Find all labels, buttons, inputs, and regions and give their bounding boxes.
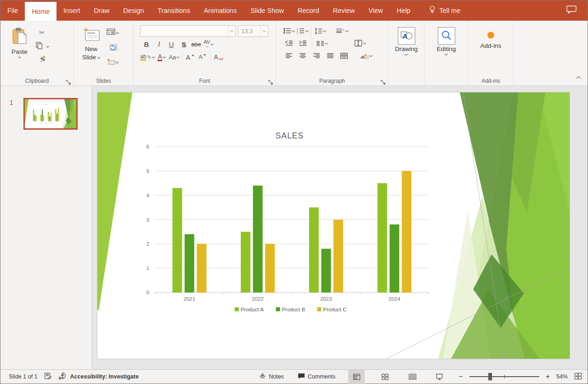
tab-draw[interactable]: Draw bbox=[87, 0, 116, 21]
new-slide-button[interactable]: New Slide bbox=[79, 25, 103, 68]
font-name-combo[interactable] bbox=[140, 25, 236, 37]
addins-group-label: Add-ins bbox=[469, 78, 513, 84]
slide-thumbnail-preview: SALES01234562021202220232024Product APro… bbox=[25, 99, 76, 128]
font-size-dropdown[interactable] bbox=[260, 26, 268, 36]
slide-canvas[interactable]: SALES01234562021202220232024Product APro… bbox=[97, 92, 570, 359]
svg-text:2022: 2022 bbox=[252, 296, 264, 302]
fit-slide-button[interactable] bbox=[574, 373, 582, 381]
cut-button[interactable]: ✂ bbox=[36, 27, 49, 38]
spell-check-icon[interactable] bbox=[44, 373, 52, 381]
tab-file[interactable]: File bbox=[0, 0, 25, 21]
svg-text:2022: 2022 bbox=[42, 121, 43, 122]
copy-icon bbox=[36, 42, 43, 51]
addins-button[interactable]: Add-ins bbox=[470, 26, 511, 52]
reading-view-button[interactable] bbox=[404, 370, 421, 384]
font-name-dropdown[interactable] bbox=[228, 26, 235, 36]
editing-label: Editing bbox=[437, 46, 456, 53]
bullets-button[interactable] bbox=[283, 25, 294, 36]
collapse-ribbon-button[interactable] bbox=[577, 74, 580, 82]
svg-text:SALES: SALES bbox=[276, 131, 304, 140]
justify-button[interactable] bbox=[325, 50, 336, 61]
copy-button[interactable] bbox=[36, 41, 49, 52]
numbering-button[interactable]: 123 bbox=[296, 25, 308, 36]
new-slide-label-2: Slide bbox=[82, 54, 100, 61]
font-dialog-launcher[interactable] bbox=[268, 79, 273, 84]
normal-view-button[interactable] bbox=[348, 370, 365, 384]
slide-layout-button[interactable] bbox=[107, 27, 119, 38]
paragraph-dialog-launcher[interactable] bbox=[381, 79, 386, 84]
text-direction-button[interactable]: A bbox=[336, 25, 348, 36]
addins-icon bbox=[487, 32, 494, 39]
zoom-slider-thumb[interactable] bbox=[488, 373, 492, 380]
zoom-out-button[interactable]: − bbox=[457, 373, 464, 381]
tab-record[interactable]: Record bbox=[291, 0, 326, 21]
zoom-slider[interactable] bbox=[469, 376, 539, 377]
zoom-level[interactable]: 54% bbox=[556, 373, 568, 380]
accessibility-checker[interactable]: Accessibility: Investigate bbox=[58, 370, 139, 384]
slide-counter: Slide 1 of 1 bbox=[9, 373, 38, 380]
tab-animations[interactable]: Animations bbox=[197, 0, 244, 21]
tab-design[interactable]: Design bbox=[116, 0, 151, 21]
font-size-combo[interactable]: 13.3 bbox=[238, 25, 268, 37]
align-left-button[interactable] bbox=[283, 50, 294, 61]
bold-button[interactable]: B bbox=[141, 39, 152, 50]
character-spacing-button[interactable]: AV ↔ bbox=[203, 39, 214, 50]
svg-text:2024: 2024 bbox=[57, 121, 58, 122]
drawing-button[interactable]: A Drawing bbox=[390, 25, 422, 57]
strikethrough-button[interactable]: abe bbox=[191, 39, 202, 50]
reset-slide-button[interactable] bbox=[107, 42, 119, 53]
svg-text:2023: 2023 bbox=[320, 296, 332, 302]
ribbon-group-addins: Add-ins Add-ins bbox=[469, 21, 514, 86]
comments-bubble-icon[interactable] bbox=[566, 6, 577, 16]
tab-home[interactable]: Home bbox=[25, 2, 57, 21]
tab-insert[interactable]: Insert bbox=[57, 0, 87, 21]
slide-sorter-view-button[interactable] bbox=[377, 370, 393, 384]
tab-view[interactable]: View bbox=[362, 0, 390, 21]
align-center-button[interactable] bbox=[297, 50, 308, 61]
font-group-label: Font bbox=[134, 78, 276, 84]
tab-transitions[interactable]: Transitions bbox=[151, 0, 197, 21]
svg-text:SALES: SALES bbox=[44, 103, 47, 104]
shrink-font-button[interactable]: A bbox=[197, 52, 208, 63]
svg-text:Product B: Product B bbox=[282, 307, 305, 312]
slide-thumbnail[interactable]: SALES01234562021202220232024Product APro… bbox=[23, 98, 78, 130]
copy-dropdown-chevron bbox=[45, 44, 49, 47]
align-text-button[interactable] bbox=[354, 38, 366, 49]
comments-toggle[interactable]: Comments bbox=[294, 370, 339, 384]
slide-thumbnail-panel: 1 SALES01234562021202220232024Product AP… bbox=[0, 86, 92, 370]
slideshow-view-button[interactable] bbox=[431, 370, 447, 384]
highlight-button[interactable]: ab ✎ bbox=[140, 52, 155, 63]
notes-toggle[interactable]: Notes bbox=[255, 370, 288, 384]
editing-button[interactable]: Editing bbox=[426, 25, 466, 57]
paste-button[interactable]: Paste bbox=[9, 25, 30, 66]
font-color-button[interactable]: A bbox=[156, 52, 167, 63]
notes-icon bbox=[259, 373, 266, 380]
clear-formatting-button[interactable]: A bbox=[213, 52, 224, 63]
change-case-button[interactable]: Aa bbox=[169, 52, 180, 63]
tab-slide-show[interactable]: Slide Show bbox=[243, 0, 291, 21]
svg-text:Product C: Product C bbox=[323, 307, 346, 312]
clipboard-dialog-launcher[interactable] bbox=[66, 79, 71, 84]
decrease-indent-button[interactable] bbox=[283, 38, 294, 49]
line-spacing-button[interactable] bbox=[314, 25, 326, 36]
notes-label: Notes bbox=[269, 373, 284, 380]
tell-me[interactable]: Tell me bbox=[429, 0, 460, 21]
increase-indent-button[interactable] bbox=[297, 38, 308, 49]
convert-to-smartart-button[interactable] bbox=[360, 50, 372, 61]
tab-help[interactable]: Help bbox=[390, 0, 417, 21]
section-button[interactable] bbox=[107, 57, 119, 68]
format-painter-icon bbox=[38, 56, 46, 65]
add-remove-columns-button[interactable] bbox=[316, 38, 328, 49]
underline-button[interactable]: U bbox=[166, 39, 177, 50]
italic-button[interactable]: I bbox=[153, 39, 164, 50]
distribute-text-button[interactable] bbox=[339, 50, 350, 61]
tab-review[interactable]: Review bbox=[326, 0, 362, 21]
comments-icon bbox=[298, 373, 305, 381]
grow-font-button[interactable]: A bbox=[185, 52, 196, 63]
align-right-button[interactable] bbox=[311, 50, 322, 61]
svg-text:2: 2 bbox=[147, 241, 149, 246]
format-painter-button[interactable] bbox=[36, 55, 49, 66]
zoom-in-button[interactable]: + bbox=[544, 373, 552, 381]
slide-editor-area[interactable]: SALES01234562021202220232024Product APro… bbox=[92, 86, 588, 370]
text-shadow-button[interactable]: S bbox=[178, 39, 189, 50]
